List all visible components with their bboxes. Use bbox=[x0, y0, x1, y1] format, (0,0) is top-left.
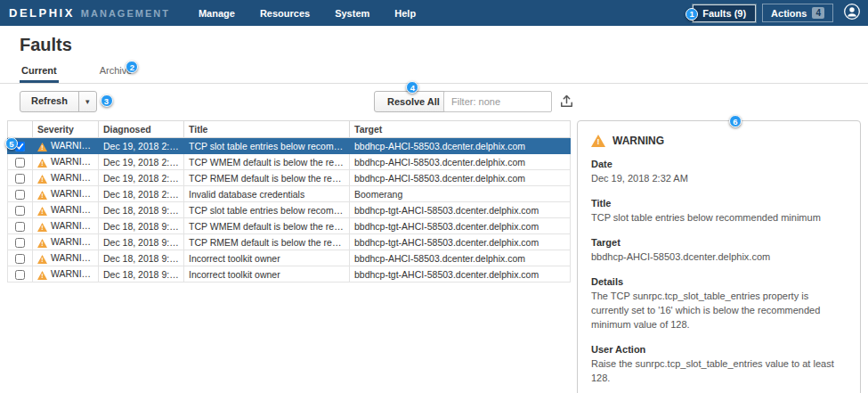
menu-item-help[interactable]: Help bbox=[394, 8, 416, 19]
severity-text: WARNING bbox=[51, 268, 95, 279]
export-button[interactable] bbox=[559, 94, 574, 111]
severity-cell: !WARNING bbox=[33, 170, 99, 186]
diagnosed-cell: Dec 18, 2018 9:52 AM bbox=[99, 202, 184, 218]
table-row[interactable]: !WARNING Dec 18, 2018 9:52 AM TCP RMEM d… bbox=[8, 234, 571, 250]
management-label: MANAGEMENT bbox=[81, 8, 170, 19]
row-checkbox[interactable] bbox=[15, 222, 25, 232]
delphix-logo: DELPHIX bbox=[9, 6, 75, 20]
chevron-down-icon: ▾ bbox=[85, 97, 90, 106]
menu-item-system[interactable]: System bbox=[335, 8, 369, 19]
checkbox-cell: 5 bbox=[8, 138, 33, 154]
table-row[interactable]: !WARNING Dec 18, 2018 9:52 AM TCP WMEM d… bbox=[8, 218, 571, 234]
diagnosed-cell: Dec 18, 2018 9:40 AM bbox=[99, 250, 184, 266]
row-checkbox[interactable] bbox=[15, 190, 25, 200]
fault-detail-panel: 6 ! WARNING Date Dec 19, 2018 2:32 AM Ti… bbox=[577, 120, 861, 393]
title-cell: TCP WMEM default is below the recommende… bbox=[184, 154, 350, 170]
detail-target-label: Target bbox=[591, 237, 847, 248]
title-cell: Incorrect toolkit owner bbox=[184, 266, 350, 282]
export-icon bbox=[559, 98, 574, 111]
column-header-title[interactable]: Title bbox=[184, 121, 350, 138]
topbar-right-cluster: 1 Faults (9) Actions 4 bbox=[693, 3, 861, 23]
checkbox-cell bbox=[8, 202, 33, 218]
severity-text: WARNING bbox=[51, 236, 95, 247]
table-row[interactable]: !WARNING Dec 19, 2018 2:32 AM TCP WMEM d… bbox=[8, 154, 571, 170]
menu-item-manage[interactable]: Manage bbox=[199, 8, 235, 19]
severity-cell: !WARNING bbox=[33, 186, 99, 202]
callout-2: 2 bbox=[126, 61, 138, 73]
row-checkbox[interactable] bbox=[15, 254, 25, 264]
warning-icon: ! bbox=[37, 143, 47, 151]
resolve-all-label: Resolve All bbox=[387, 96, 440, 107]
warning-icon: ! bbox=[37, 239, 47, 248]
detail-severity-header: ! WARNING bbox=[591, 135, 847, 147]
title-cell: TCP slot table entries below recommended… bbox=[184, 138, 350, 154]
user-icon bbox=[843, 3, 861, 23]
warning-icon: ! bbox=[37, 255, 47, 264]
row-checkbox[interactable] bbox=[15, 158, 25, 168]
checkbox-cell bbox=[8, 266, 33, 282]
faults-button[interactable]: 1 Faults (9) bbox=[693, 4, 756, 22]
page-title: Faults bbox=[20, 35, 868, 55]
detail-user-action-value: Raise the sunrpc.tcp_slot_table_entries … bbox=[591, 357, 847, 386]
refresh-split-button: Refresh ▾ 3 bbox=[20, 91, 97, 112]
menu-item-resources[interactable]: Resources bbox=[260, 8, 310, 19]
faults-table: Severity Diagnosed Title Target 5 !WARNI… bbox=[7, 120, 571, 282]
table-header-row: Severity Diagnosed Title Target bbox=[8, 121, 571, 138]
warning-icon: ! bbox=[37, 223, 47, 232]
title-cell: TCP RMEM default is below the recommende… bbox=[184, 234, 350, 250]
refresh-button[interactable]: Refresh bbox=[20, 92, 78, 111]
detail-title-value: TCP slot table entries below recommended… bbox=[591, 211, 847, 225]
callout-1: 1 bbox=[685, 8, 698, 20]
title-cell: TCP slot table entries below recommended… bbox=[184, 202, 350, 218]
resolve-all-button[interactable]: 4 Resolve All bbox=[374, 91, 453, 112]
faults-toolbar: Refresh ▾ 3 4 Resolve All bbox=[20, 91, 848, 112]
column-header-diagnosed[interactable]: Diagnosed bbox=[99, 121, 184, 138]
table-row[interactable]: !WARNING Dec 18, 2018 9:40 AM Incorrect … bbox=[8, 250, 571, 266]
table-row[interactable]: !WARNING Dec 18, 2018 2:23 PM Invalid da… bbox=[8, 186, 571, 202]
row-checkbox[interactable] bbox=[15, 174, 25, 184]
severity-cell: !WARNING bbox=[33, 218, 99, 234]
target-cell: bbdhcp-tgt-AHCI-58503.dcenter.delphix.co… bbox=[350, 266, 571, 282]
filter-input[interactable] bbox=[443, 91, 552, 112]
target-cell: Boomerang bbox=[350, 186, 571, 202]
row-checkbox[interactable] bbox=[15, 206, 25, 216]
severity-cell: !WARNING bbox=[33, 234, 99, 250]
diagnosed-cell: Dec 19, 2018 2:32 AM bbox=[99, 138, 184, 154]
actions-button-label: Actions bbox=[771, 8, 807, 19]
target-cell: bbdhcp-tgt-AHCI-58503.dcenter.delphix.co… bbox=[350, 218, 571, 234]
checkbox-column-header bbox=[8, 121, 33, 138]
checkbox-cell bbox=[8, 218, 33, 234]
severity-cell: !WARNING bbox=[33, 202, 99, 218]
target-cell: bbdhcp-AHCI-58503.dcenter.delphix.com bbox=[350, 154, 571, 170]
tab-archive[interactable]: Archive 2 bbox=[98, 61, 134, 83]
severity-cell: !WARNING bbox=[33, 250, 99, 266]
row-checkbox[interactable] bbox=[15, 238, 25, 248]
warning-icon: ! bbox=[37, 175, 47, 184]
row-checkbox[interactable] bbox=[15, 270, 25, 280]
column-header-severity[interactable]: Severity bbox=[33, 121, 99, 138]
callout-6: 6 bbox=[729, 115, 742, 127]
table-row[interactable]: !WARNING Dec 19, 2018 2:32 AM TCP RMEM d… bbox=[8, 170, 571, 186]
tab-current[interactable]: Current bbox=[20, 61, 59, 83]
actions-count-badge: 4 bbox=[812, 7, 824, 19]
actions-button[interactable]: Actions 4 bbox=[762, 4, 833, 22]
user-profile-button[interactable] bbox=[843, 3, 861, 23]
faults-table-area: Severity Diagnosed Title Target 5 !WARNI… bbox=[7, 120, 571, 393]
tab-bar: Current Archive 2 bbox=[0, 61, 868, 84]
severity-cell: !WARNING bbox=[33, 138, 99, 154]
refresh-dropdown-button[interactable]: ▾ bbox=[78, 92, 96, 111]
table-row[interactable]: !WARNING Dec 18, 2018 9:39 AM Incorrect … bbox=[8, 266, 571, 282]
checkbox-cell bbox=[8, 250, 33, 266]
callout-5: 5 bbox=[5, 137, 18, 150]
diagnosed-cell: Dec 18, 2018 9:52 AM bbox=[99, 234, 184, 250]
checkbox-cell bbox=[8, 154, 33, 170]
table-row[interactable]: 5 !WARNING Dec 19, 2018 2:32 AM TCP slot… bbox=[8, 138, 571, 154]
column-header-target[interactable]: Target bbox=[350, 121, 571, 138]
target-cell: bbdhcp-tgt-AHCI-58503.dcenter.delphix.co… bbox=[350, 234, 571, 250]
callout-3: 3 bbox=[101, 94, 113, 107]
detail-date-value: Dec 19, 2018 2:32 AM bbox=[591, 172, 847, 186]
table-row[interactable]: !WARNING Dec 18, 2018 9:52 AM TCP slot t… bbox=[8, 202, 571, 218]
diagnosed-cell: Dec 18, 2018 2:23 PM bbox=[99, 186, 184, 202]
detail-user-action-label: User Action bbox=[591, 344, 847, 355]
warning-icon: ! bbox=[591, 135, 605, 147]
